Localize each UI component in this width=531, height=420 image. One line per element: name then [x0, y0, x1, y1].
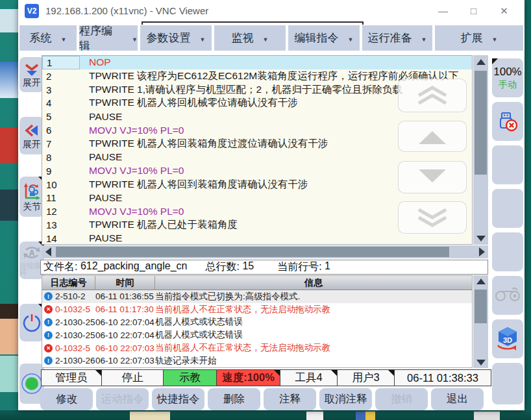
scroll-up-icon[interactable] [476, 278, 486, 284]
code-hscrollbar[interactable] [42, 245, 488, 258]
expand-vertical-button[interactable]: 展开 [19, 57, 44, 92]
svg-text:3D: 3D [503, 336, 512, 344]
corner-mark [274, 370, 280, 376]
uncomment-button[interactable]: 取消注释 [319, 388, 372, 410]
scroll-thumb[interactable] [56, 247, 449, 257]
close-button[interactable]: ✕ [489, 1, 519, 21]
log-row[interactable]: 2-1030-25 06-10 22:07:04 机器人模式或状态错误 [42, 316, 472, 329]
code-line[interactable]: 1NOP [42, 56, 472, 69]
green-circle-icon [21, 373, 43, 395]
desktop-fragment [0, 62, 18, 98]
line-number: 7 [42, 138, 80, 149]
scroll-down-icon[interactable] [476, 360, 486, 365]
line-number: 10 [42, 179, 80, 190]
quick-command-button[interactable]: 快捷指令 [152, 388, 204, 410]
minimize-button[interactable]: — [428, 1, 458, 21]
run-state-value: 停止 [122, 371, 143, 385]
taskbar-strip [0, 410, 531, 420]
line-number: 11 [42, 192, 80, 203]
teach-mode-indicator: 示教 [163, 369, 217, 386]
speed-mode-button[interactable]: 100% 手动 [492, 58, 523, 97]
chevron-down-icon [348, 32, 354, 45]
taskbar-fragment [356, 412, 375, 420]
log-row[interactable]: 2-1030-25 06-10 22:07:04 机器人模式或状态错误 [42, 328, 472, 341]
robot-joint-icon [23, 182, 41, 201]
line-down-button[interactable] [398, 161, 467, 193]
corner-mark [331, 370, 337, 376]
log-row[interactable]: 0-1032-5 06-10 22:07:03 当前机器人不在正常状态，无法启动… [42, 341, 472, 354]
line-number: 1 [42, 56, 80, 69]
taskbar-fragment [130, 412, 170, 420]
log-time: 06-11 01:17:30 [95, 304, 155, 314]
code-vscrollbar[interactable] [473, 55, 488, 245]
user-frame-value: 用户3 [352, 371, 379, 385]
log-id: 2-1030-25 [55, 317, 95, 327]
log-header-message: 信息 [155, 276, 472, 290]
menu-system[interactable]: 系统 [19, 25, 77, 51]
page-up-button[interactable] [398, 79, 467, 112]
log-id: 2-1030-25 [55, 330, 95, 340]
comment-button[interactable]: 注释 [264, 388, 316, 410]
power-icon [22, 313, 42, 332]
scroll-down-icon[interactable] [476, 236, 486, 241]
scroll-up-icon[interactable] [476, 59, 486, 65]
delete-button[interactable]: 删除 [208, 388, 260, 410]
modify-button[interactable]: 修改 [40, 388, 93, 410]
log-row[interactable]: 0-1032-5 06-11 01:17:30 当前机器人不在正常状态，无法启动… [42, 303, 472, 316]
menu-edit-command[interactable]: 编辑指令 [288, 25, 360, 51]
scroll-right-icon[interactable] [479, 247, 485, 256]
log-time: 06-11 01:36:55 [95, 291, 155, 301]
user-role-selector[interactable]: 管理员 [41, 369, 102, 386]
double-chevron-up-icon [415, 84, 449, 106]
page-down-button[interactable] [398, 201, 467, 234]
log-row[interactable]: 2-510-2 06-11 01:36:55 当前指令模式已切换为:高级指令模式… [42, 290, 472, 303]
line-text: TPWRITE 机器人将回装箱角度过渡位请确认没有干涉 [80, 137, 328, 151]
taskbar-fragment [306, 412, 323, 420]
line-text: NOP [80, 56, 111, 68]
scroll-thumb[interactable] [475, 71, 487, 175]
gamepad-icon [494, 286, 521, 305]
expand-horizontal-button[interactable]: 展开 [19, 117, 44, 154]
scroll-left-icon[interactable] [45, 247, 51, 256]
log-message: 轨迹记录未开始 [155, 355, 472, 367]
tool-frame-selector[interactable]: 工具4 [280, 369, 338, 386]
menu-label: 程序编辑 [79, 23, 123, 53]
title-bar: V2 192.168.1.200 (x11vnc) - VNC Viewer —… [18, 0, 525, 21]
menu-program-edit[interactable]: 程序编辑 [79, 25, 138, 51]
log-time: 06-10 22:07:04 [95, 330, 155, 340]
menu-label: 系统 [30, 31, 52, 45]
desktop-fragment [0, 356, 18, 392]
joint-coordinate-button[interactable]: 关节 [19, 177, 44, 217]
line-up-button[interactable] [398, 121, 467, 152]
line-number: 14 [42, 233, 80, 244]
exit-button[interactable]: 退出 [431, 388, 484, 410]
log-message: 机器人模式或状态错误 [155, 329, 472, 341]
maximize-button[interactable]: □ [458, 1, 489, 21]
log-time: 06-10 22:07:04 [95, 317, 155, 327]
program-editor: 1NOP 2TPWRITE 该程序为EC612及EC612M装箱角度运行程序，运… [42, 55, 473, 245]
info-icon [44, 292, 53, 301]
log-vscrollbar[interactable] [473, 275, 488, 368]
power-button[interactable] [19, 304, 44, 341]
menu-extend[interactable]: 扩展 [435, 25, 523, 51]
line-text: PAUSE [80, 232, 122, 244]
view-3d-button[interactable]: 3D [492, 319, 523, 358]
joint-label: 关节 [23, 202, 41, 211]
scroll-thumb[interactable] [475, 290, 487, 323]
empty-slot-button [492, 363, 523, 404]
line-text: TPWRITE 机器人已处于装箱角度 [80, 218, 238, 232]
user-frame-selector[interactable]: 用户3 [337, 369, 395, 386]
log-id: 2-1030-26 [55, 356, 95, 365]
window-controls: — □ ✕ [428, 1, 519, 21]
current-line-label: 当前行号: [277, 260, 321, 274]
background-window-edge [142, 21, 364, 25]
menu-monitor[interactable]: 监视 [214, 25, 286, 51]
file-name-label: 文件名: [43, 260, 77, 274]
usb-disconnected-button[interactable] [492, 102, 523, 141]
speed-override-selector[interactable]: 速度:100% [216, 369, 280, 386]
log-row[interactable]: 2-1030-26 06-10 22:07:03 轨迹记录未开始 [42, 354, 472, 367]
menu-parameter-settings[interactable]: 参数设置 [140, 25, 212, 51]
expand-label: 展开 [23, 140, 41, 149]
drag-teach-button [492, 276, 523, 315]
menu-run-prepare[interactable]: 运行准备 [362, 25, 432, 51]
